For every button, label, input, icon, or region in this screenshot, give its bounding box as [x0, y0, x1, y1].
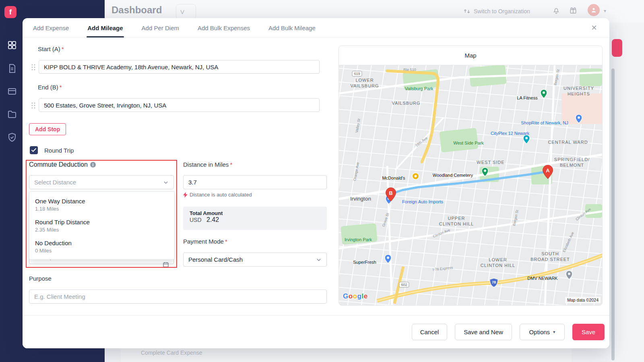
map-label: DMV NEWARK	[527, 276, 557, 281]
map-label: Rte 510	[403, 68, 416, 72]
payment-mode-select[interactable]: Personal Card/Cash	[183, 252, 327, 267]
map-label: BELMONT	[560, 163, 584, 168]
map-label: VAILSBURG	[392, 101, 420, 105]
map-label: Clinton Ave	[432, 228, 451, 238]
total-amount-value: 2.42	[206, 216, 219, 223]
save-button[interactable]: Save	[572, 324, 605, 340]
new-expense-button-sliver[interactable]	[612, 39, 622, 57]
total-amount-box: Total Amount USD 2.42	[183, 207, 327, 230]
map-label: HEIGHTS	[568, 91, 590, 96]
map-label: Bergen St	[553, 69, 560, 85]
distance-auto-note: Distance is auto calculated	[183, 192, 252, 198]
map-label: Valley St	[355, 118, 361, 133]
map-label: CityPlex 12 Newark	[491, 131, 529, 136]
lightning-icon	[183, 192, 188, 198]
map-label: CLINTON HILL	[481, 263, 515, 268]
caret-down-icon: ▾	[553, 329, 555, 335]
map-label: McDonald's	[382, 176, 405, 180]
tab-add-bulk-mileage[interactable]: Add Bulk Mileage	[268, 18, 316, 37]
round-trip-checkbox[interactable]	[30, 146, 38, 154]
calendar-icon[interactable]	[163, 261, 169, 268]
distance-input[interactable]	[183, 175, 327, 189]
map-label: LOWER	[489, 257, 507, 262]
map-label: Elizabeth Ave	[562, 231, 575, 253]
map-label: Orange Ave	[353, 162, 360, 181]
map-label: Vailsburg Park	[405, 86, 433, 91]
map-label: Foreign Auto Imports	[402, 199, 443, 204]
option-no-deduction[interactable]: No Deduction 0 Miles	[29, 236, 174, 257]
sidebar-dashboard-icon[interactable]	[7, 40, 17, 50]
sidebar-expenses-icon[interactable]	[7, 64, 17, 73]
info-icon[interactable]: i	[90, 162, 96, 168]
option-round-trip-distance[interactable]: Round Trip Distance 2.35 Miles	[29, 215, 174, 236]
map-panel: Map	[339, 46, 603, 306]
modal-tabs: Add Expense Add Mileage Add Per Diem Add…	[23, 18, 609, 38]
end-input[interactable]	[39, 98, 320, 112]
tab-add-bulk-expenses[interactable]: Add Bulk Expenses	[198, 18, 250, 37]
modal-footer: Cancel Save and New Options ▾ Save	[23, 315, 609, 348]
map-label: UNIVERSITY	[564, 86, 594, 91]
map-label: ShopRite of Newark, NJ	[521, 120, 568, 125]
chevron-down-icon	[163, 180, 169, 185]
purpose-input[interactable]	[29, 290, 327, 304]
map-label: SPRINGFIELD/	[554, 157, 590, 162]
map-label: LA Fitness	[517, 95, 537, 100]
commute-options-dropdown: One Way Distance 1.18 Miles Round Trip D…	[29, 191, 175, 260]
map-label: BROAD STREET	[530, 257, 570, 262]
map-label: West Side Park	[453, 141, 484, 145]
check-icon	[31, 148, 36, 152]
sidebar-cards-icon[interactable]	[7, 87, 17, 96]
sidebar-policies-icon[interactable]	[7, 132, 17, 142]
map-label: Bergen St	[512, 209, 519, 226]
save-and-new-button[interactable]: Save and New	[455, 324, 512, 340]
option-one-way-distance[interactable]: One Way Distance 1.18 Miles	[29, 194, 174, 215]
map-label: CLINTON HILL	[439, 221, 474, 226]
required-asterisk: *	[230, 161, 232, 168]
add-mileage-modal: Add Expense Add Mileage Add Per Diem Add…	[23, 18, 609, 348]
currency-code: USD	[190, 217, 202, 223]
map-label: SuperFresh	[353, 260, 376, 265]
required-asterisk: *	[60, 84, 62, 91]
commute-distance-select[interactable]: Select Distance	[29, 175, 174, 189]
commute-deduction-label: Commute Deduction i	[29, 161, 96, 168]
map-label: Irvington Park	[345, 237, 372, 242]
map-labels: LOWERVAILSBURGVailsburg ParkVAILSBURGUNI…	[339, 65, 602, 305]
add-stop-button[interactable]: Add Stop	[29, 123, 66, 135]
brand-logo[interactable]: f	[4, 6, 17, 18]
start-label: Start (A)*	[38, 46, 64, 52]
tab-add-expense[interactable]: Add Expense	[33, 18, 69, 37]
chevron-down-icon	[316, 257, 322, 263]
sidebar-reports-icon[interactable]	[7, 110, 17, 119]
cancel-button[interactable]: Cancel	[412, 324, 447, 340]
map-label: I-78 Express	[432, 265, 453, 271]
purpose-label: Purpose	[29, 275, 52, 282]
map-title: Map	[339, 46, 602, 65]
map-label: Irvington	[350, 196, 371, 202]
google-logo: Google	[343, 292, 368, 300]
drag-handle-icon[interactable]	[31, 64, 36, 71]
map-label: LOWER	[355, 78, 374, 83]
tab-add-mileage[interactable]: Add Mileage	[87, 18, 123, 37]
drag-handle-icon[interactable]	[31, 102, 36, 109]
map-label: CENTRAL WARD	[548, 140, 588, 145]
map-label: SOUTH	[541, 251, 559, 256]
map-label: UPPER	[448, 216, 465, 221]
tab-add-per-diem[interactable]: Add Per Diem	[142, 18, 179, 37]
required-asterisk: *	[62, 46, 64, 52]
end-label: End (B)*	[38, 84, 62, 91]
page-scrollbar[interactable]	[611, 68, 615, 360]
start-input[interactable]	[39, 60, 320, 74]
close-icon[interactable]: ✕	[588, 22, 600, 33]
distance-label: Distance in Miles*	[183, 161, 232, 168]
payment-mode-label: Payment Mode*	[183, 238, 227, 245]
options-button[interactable]: Options ▾	[520, 324, 565, 340]
map-attribution: Map data ©2024	[565, 297, 601, 303]
map-label: Woodland Cemetery	[433, 173, 473, 178]
map-canvas[interactable]: 61960278BA LOWERVAILSBURGVailsburg ParkV…	[339, 65, 602, 305]
map-label: 18th Ave	[415, 136, 428, 147]
round-trip-label: Round Trip	[44, 147, 74, 154]
map-label: Clinton Ave	[575, 207, 592, 221]
map-label: Grove St	[382, 213, 390, 228]
required-asterisk: *	[225, 238, 227, 245]
total-amount-label: Total Amount	[190, 210, 320, 216]
